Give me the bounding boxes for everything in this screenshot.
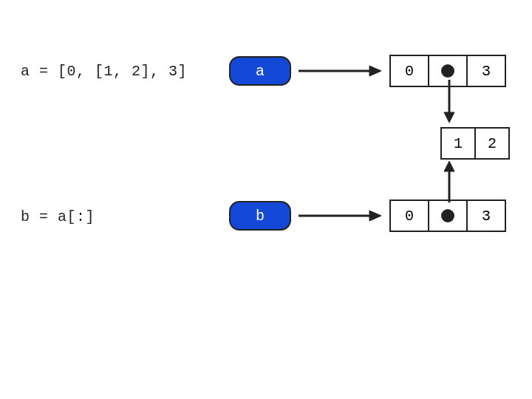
code-line-b: b = a[:] bbox=[21, 208, 95, 225]
var-label-b: b bbox=[256, 208, 265, 225]
code-line-a: a = [0, [1, 2], 3] bbox=[21, 63, 187, 80]
var-pill-a: a bbox=[229, 56, 291, 86]
arrow-b-to-list bbox=[296, 208, 384, 223]
arrow-a-to-inner bbox=[442, 78, 457, 124]
inner-cell-1: 2 bbox=[474, 127, 510, 160]
svg-marker-7 bbox=[444, 161, 454, 171]
var-label-a: a bbox=[256, 63, 265, 80]
svg-marker-5 bbox=[444, 112, 454, 123]
list-b-cell-2: 3 bbox=[466, 200, 506, 232]
dot-icon bbox=[441, 64, 454, 78]
list-a-cell-0: 0 bbox=[389, 55, 429, 87]
var-pill-b: b bbox=[229, 201, 291, 231]
arrow-b-to-inner bbox=[442, 161, 457, 205]
inner-list: 1 2 bbox=[440, 127, 510, 160]
svg-marker-3 bbox=[369, 211, 381, 221]
inner-cell-0: 1 bbox=[440, 127, 476, 160]
list-a-cell-2: 3 bbox=[466, 55, 506, 87]
list-b-cell-0: 0 bbox=[389, 200, 429, 232]
arrow-a-to-list bbox=[296, 64, 384, 78]
svg-marker-1 bbox=[369, 66, 381, 76]
dot-icon bbox=[441, 209, 454, 222]
